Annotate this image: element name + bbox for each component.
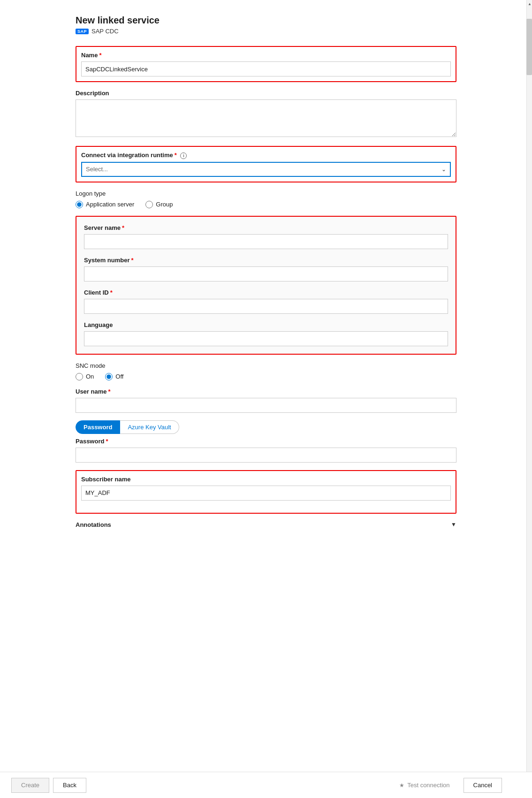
system-number-group: System number* xyxy=(84,257,448,281)
logon-type-group: Logon type Application server Group xyxy=(76,190,456,208)
logon-type-label: Logon type xyxy=(76,190,456,197)
subtitle: SAP SAP CDC xyxy=(76,28,456,35)
back-button[interactable]: Back xyxy=(53,778,86,793)
name-form-group: Name* xyxy=(81,52,451,76)
scrollbar[interactable]: ▲ ▼ xyxy=(526,0,532,798)
user-name-input[interactable] xyxy=(76,398,456,413)
system-number-label: System number* xyxy=(84,257,448,264)
test-connection-button[interactable]: ★ Test connection xyxy=(389,778,459,793)
connect-runtime-label: Connect via integration runtime* i xyxy=(81,152,451,159)
snc-on-label: On xyxy=(86,373,94,380)
connect-runtime-select-wrapper: Select... ⌄ xyxy=(81,162,451,177)
sap-badge: SAP xyxy=(76,29,89,34)
user-name-label: User name* xyxy=(76,388,456,395)
connect-runtime-select[interactable]: Select... xyxy=(81,162,451,177)
description-label: Description xyxy=(76,90,456,97)
subtitle-text: SAP CDC xyxy=(91,28,119,35)
password-tab[interactable]: Password xyxy=(76,420,120,434)
server-name-input[interactable] xyxy=(84,234,448,249)
name-label: Name* xyxy=(81,52,451,59)
scroll-up-arrow[interactable]: ▲ xyxy=(527,0,532,8)
logon-group-label: Group xyxy=(156,201,173,208)
snc-off-label: Off xyxy=(115,373,123,380)
subscriber-name-section: Subscriber name xyxy=(76,470,456,514)
password-group: Password* xyxy=(76,438,456,463)
client-id-group: Client ID* xyxy=(84,289,448,314)
server-details-section: Server name* System number* Client ID* L… xyxy=(76,216,456,355)
server-name-label: Server name* xyxy=(84,224,448,231)
azure-key-vault-tab[interactable]: Azure Key Vault xyxy=(120,420,179,434)
subscriber-name-input[interactable] xyxy=(81,486,451,501)
subscriber-name-label: Subscriber name xyxy=(81,476,451,483)
language-label: Language xyxy=(84,321,448,328)
connect-runtime-section: Connect via integration runtime* i Selec… xyxy=(76,146,456,182)
create-button[interactable]: Create xyxy=(11,778,49,793)
snc-off-radio[interactable] xyxy=(105,373,113,380)
user-name-group: User name* xyxy=(76,388,456,413)
language-group: Language xyxy=(84,321,448,346)
logon-group-radio-item[interactable]: Group xyxy=(145,201,173,208)
name-input[interactable] xyxy=(81,61,451,76)
annotations-section: Annotations ▼ xyxy=(76,521,456,528)
system-number-input[interactable] xyxy=(84,266,448,281)
snc-on-radio-item[interactable]: On xyxy=(76,373,94,380)
server-name-group: Server name* xyxy=(84,224,448,249)
password-input[interactable] xyxy=(76,448,456,463)
footer-left-buttons: Create Back xyxy=(11,778,86,793)
logon-group-radio[interactable] xyxy=(145,201,153,208)
name-required: * xyxy=(99,52,101,59)
scrollbar-thumb[interactable] xyxy=(526,19,532,75)
footer-right-buttons: ★ Test connection Cancel xyxy=(389,778,502,793)
description-form-group: Description xyxy=(76,90,456,138)
connect-runtime-info-icon[interactable]: i xyxy=(180,152,187,159)
language-input[interactable] xyxy=(84,331,448,346)
annotations-chevron-icon[interactable]: ▼ xyxy=(451,521,456,528)
name-section: Name* xyxy=(76,46,456,82)
logon-app-server-radio-item[interactable]: Application server xyxy=(76,201,134,208)
logon-app-server-label: Application server xyxy=(86,201,134,208)
description-textarea[interactable] xyxy=(76,99,456,137)
password-label: Password* xyxy=(76,438,456,445)
annotations-label-text: Annotations xyxy=(76,521,111,528)
snc-mode-label: SNC mode xyxy=(76,362,456,369)
client-id-label: Client ID* xyxy=(84,289,448,296)
cancel-button[interactable]: Cancel xyxy=(464,778,502,793)
logon-type-radio-group: Application server Group xyxy=(76,201,456,208)
credential-tab-group: Password Azure Key Vault xyxy=(76,420,456,434)
connect-runtime-group: Connect via integration runtime* i Selec… xyxy=(81,152,451,177)
client-id-input[interactable] xyxy=(84,299,448,314)
snc-off-radio-item[interactable]: Off xyxy=(105,373,123,380)
footer-bar: Create Back ★ Test connection Cancel xyxy=(0,772,532,798)
snc-on-radio[interactable] xyxy=(76,373,83,380)
snc-radio-group: On Off xyxy=(76,373,456,380)
test-connection-icon: ★ xyxy=(399,782,404,789)
subscriber-name-group: Subscriber name xyxy=(81,476,451,501)
page-title: New linked service xyxy=(76,15,456,26)
snc-section: SNC mode On Off xyxy=(76,362,456,380)
logon-app-server-radio[interactable] xyxy=(76,201,83,208)
